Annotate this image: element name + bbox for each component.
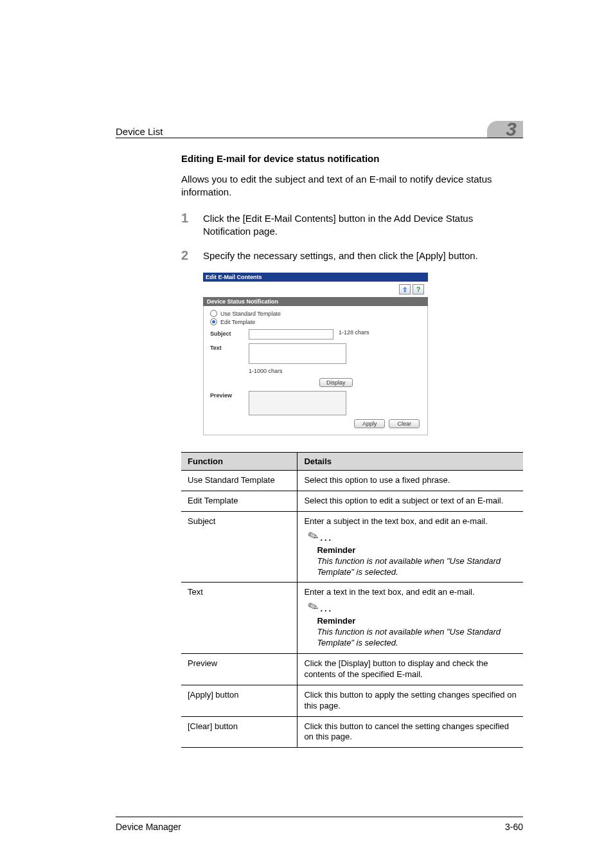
option-edit-template-label: Edit Template: [220, 319, 255, 325]
screenshot-window-title: Edit E-Mail Contents: [203, 273, 428, 282]
table-row: [Apply] button Click this button to appl…: [181, 685, 523, 716]
cell-function: Text: [181, 583, 298, 653]
embedded-screenshot: Edit E-Mail Contents ⇧ ? Device Status N…: [203, 273, 523, 435]
reminder-heading: Reminder: [317, 616, 517, 627]
cell-function: [Apply] button: [181, 685, 298, 716]
radio-icon: [210, 310, 217, 317]
cell-details: Click the [Display] button to display an…: [298, 653, 523, 685]
section-heading: Editing E-mail for device status notific…: [181, 153, 523, 164]
function-details-table: Function Details Use Standard Template S…: [181, 452, 523, 748]
preview-label: Preview: [210, 391, 249, 399]
step-1-text: Click the [Edit E-Mail Contents] button …: [203, 211, 523, 239]
cell-details-text: Enter a subject in the text box, and edi…: [304, 516, 487, 526]
cell-details: Click this button to cancel the setting …: [298, 716, 523, 748]
display-button[interactable]: Display: [319, 378, 353, 387]
cell-details: Enter a text in the text box, and edit a…: [298, 583, 523, 653]
cell-details: Select this option to use a fixed phrase…: [298, 471, 523, 491]
text-hint: 1-1000 chars: [249, 368, 283, 374]
reminder-heading: Reminder: [317, 545, 517, 556]
cell-details: Select this option to edit a subject or …: [298, 491, 523, 512]
header-rule: [116, 138, 523, 138]
cell-details: Enter a subject in the text box, and edi…: [298, 512, 523, 583]
cell-function: Preview: [181, 653, 298, 685]
subject-hint: 1-128 chars: [339, 329, 369, 336]
col-details-header: Details: [298, 453, 523, 471]
table-header-row: Function Details: [181, 453, 523, 471]
cell-function: Use Standard Template: [181, 471, 298, 491]
cell-details-text: Enter a text in the text box, and edit a…: [304, 587, 474, 597]
clear-button[interactable]: Clear: [389, 419, 420, 428]
back-icon[interactable]: ⇧: [399, 284, 411, 294]
table-row: Use Standard Template Select this option…: [181, 471, 523, 491]
step-1-number: 1: [181, 211, 203, 239]
reminder-dots: ...: [319, 604, 333, 613]
table-row: Edit Template Select this option to edit…: [181, 491, 523, 512]
cell-details: Click this button to apply the setting c…: [298, 685, 523, 716]
table-row: Subject Enter a subject in the text box,…: [181, 512, 523, 583]
help-icon[interactable]: ?: [413, 284, 424, 294]
radio-icon: [210, 318, 217, 325]
reminder-dots: ...: [319, 533, 333, 543]
option-use-standard-template-label: Use Standard Template: [220, 311, 281, 317]
chapter-badge: 3: [487, 121, 523, 138]
text-input[interactable]: [249, 343, 346, 364]
step-2-number: 2: [181, 248, 203, 262]
reminder-body: This function is not available when "Use…: [317, 627, 517, 649]
chapter-number: 3: [506, 118, 517, 140]
subject-label: Subject: [210, 329, 249, 337]
cell-function: [Clear] button: [181, 716, 298, 748]
reminder-icon: ✎: [307, 530, 320, 541]
step-1: 1 Click the [Edit E-Mail Contents] butto…: [181, 211, 523, 239]
table-row: [Clear] button Click this button to canc…: [181, 716, 523, 748]
table-row: Text Enter a text in the text box, and e…: [181, 583, 523, 653]
table-row: Preview Click the [Display] button to di…: [181, 653, 523, 685]
running-title: Device List: [116, 126, 163, 137]
apply-button[interactable]: Apply: [354, 419, 386, 428]
option-edit-template[interactable]: Edit Template: [210, 318, 421, 325]
option-use-standard-template[interactable]: Use Standard Template: [210, 310, 421, 317]
reminder-body: This function is not available when "Use…: [317, 556, 517, 578]
step-2-text: Specify the necessary settings, and then…: [203, 248, 478, 262]
screenshot-section-bar: Device Status Notification: [203, 297, 428, 306]
step-2: 2 Specify the necessary settings, and th…: [181, 248, 523, 262]
intro-paragraph: Allows you to edit the subject and text …: [181, 173, 523, 199]
page-number: 3-60: [505, 822, 523, 832]
footer-rule: [116, 817, 523, 817]
subject-input[interactable]: [249, 329, 333, 339]
cell-function: Edit Template: [181, 491, 298, 512]
reminder-icon: ✎: [307, 602, 320, 613]
preview-area: [249, 391, 346, 415]
col-function-header: Function: [181, 453, 298, 471]
footer-title: Device Manager: [116, 822, 181, 832]
cell-function: Subject: [181, 512, 298, 583]
text-label: Text: [210, 343, 249, 351]
